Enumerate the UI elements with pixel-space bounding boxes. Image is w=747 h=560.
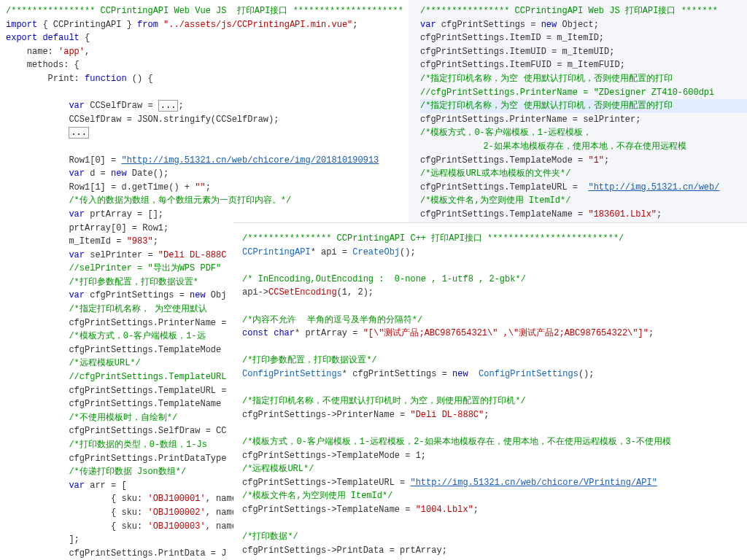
url-link[interactable]: "http://img.51321.cn/web/chicore/img/201…: [121, 155, 379, 166]
url-link[interactable]: "http://img.51321.cn/web/: [588, 182, 719, 192]
cpp-code-pane: /**************** CCPrintingAPI C++ 打印AP…: [233, 222, 747, 560]
collapsed-region[interactable]: ...: [158, 100, 179, 112]
keyword-export: export default: [6, 33, 85, 43]
keyword-import: import: [6, 20, 42, 30]
url-link[interactable]: "http://img.51321.cn/web/chicore/VPrinti…: [410, 478, 657, 488]
comment: /**************** CCPrintingAPI Web Vue …: [6, 6, 403, 16]
collapsed-region[interactable]: ...: [69, 127, 89, 139]
js-code-pane: /**************** CCPrintingAPI Web JS 打…: [409, 0, 747, 222]
